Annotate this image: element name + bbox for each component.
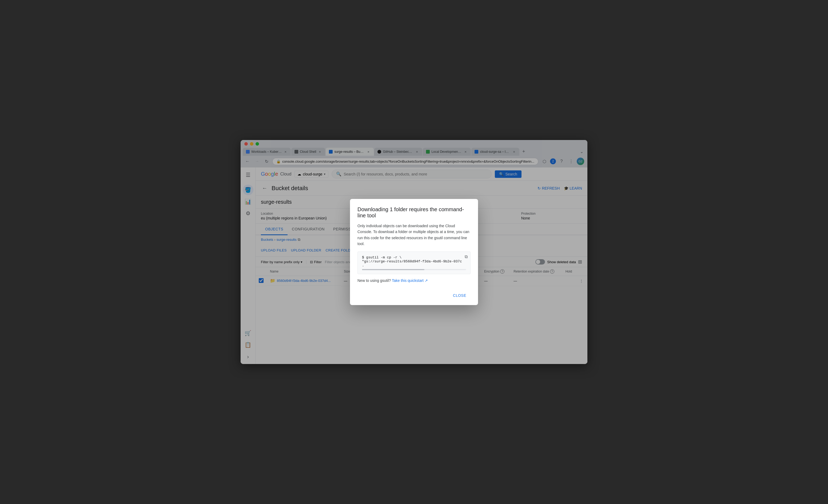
dialog-title: Downloading 1 folder requires the comman… <box>358 206 470 219</box>
dialog-close-button[interactable]: CLOSE <box>449 291 470 300</box>
dialog-overlay: Downloading 1 folder requires the comman… <box>241 140 587 364</box>
scrollbar-thumb <box>362 269 424 270</box>
code-line-2: "gs://surge-results/8560d94f-f3da-4bd6-9… <box>362 259 466 263</box>
code-line-1: $ gsutil -m cp -r \ <box>362 255 466 259</box>
quickstart-link[interactable]: Take this quickstart ↗ <box>392 279 428 283</box>
code-line-3: . <box>362 263 466 267</box>
quickstart-prefix: New to using gsutil? <box>358 279 391 283</box>
quickstart-link-icon: ↗ <box>425 279 428 283</box>
code-content: $ gsutil -m cp -r \ "gs://surge-results/… <box>362 255 466 267</box>
copy-code-button[interactable]: ⧉ <box>465 254 468 259</box>
dialog-body-text: Only individual objects can be downloade… <box>358 223 470 247</box>
code-scrollbar[interactable] <box>362 269 466 270</box>
dialog-footer: CLOSE <box>350 288 478 305</box>
quickstart-section: New to using gsutil? Take this quickstar… <box>358 279 470 283</box>
download-dialog: Downloading 1 folder requires the comman… <box>350 199 478 305</box>
quickstart-link-text: Take this quickstart <box>392 279 424 283</box>
code-block: ⧉ $ gsutil -m cp -r \ "gs://surge-result… <box>358 251 470 274</box>
